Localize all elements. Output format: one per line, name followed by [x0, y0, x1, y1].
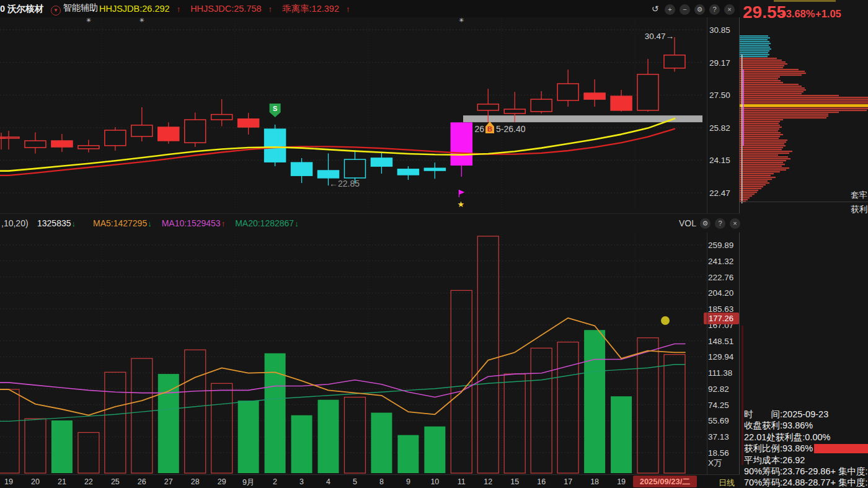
candle[interactable] — [451, 122, 472, 177]
avg-cost-line — [740, 104, 868, 107]
stock-trading-app: 30.8529.1727.5025.8224.1522.47✳✳✳S265-26… — [0, 0, 868, 488]
stock-symbol[interactable]: 0 沃尔核材 — [0, 3, 43, 15]
period-selector[interactable]: 日线 — [713, 477, 740, 488]
chip-row — [740, 102, 868, 104]
indicator-value[interactable]: 乖离率:12.392 — [282, 3, 339, 15]
volume-bar[interactable] — [291, 415, 312, 473]
chip-row — [740, 65, 784, 66]
volume-ma-value[interactable]: MA10:1529453 — [162, 218, 221, 228]
chip-row — [740, 134, 783, 135]
volume-ma-value[interactable]: MA5:1427295 — [93, 218, 147, 228]
candle[interactable] — [51, 134, 73, 152]
volume-bar[interactable] — [158, 374, 179, 473]
volume-bar[interactable] — [451, 290, 472, 473]
candle[interactable] — [291, 158, 312, 183]
zoom-in-icon[interactable]: + — [665, 4, 675, 15]
candle-body — [291, 162, 312, 175]
candle[interactable] — [105, 127, 126, 151]
volume-bar[interactable] — [664, 355, 685, 473]
chip-row — [740, 154, 778, 156]
candle[interactable] — [531, 91, 552, 113]
date-label: 5 — [341, 477, 368, 486]
candle[interactable] — [637, 59, 658, 112]
volume-bar[interactable] — [51, 420, 73, 473]
main-chart-canvas[interactable]: 30.8529.1727.5025.8224.1522.47✳✳✳S265-26… — [0, 0, 740, 474]
close-icon[interactable]: × — [730, 218, 740, 229]
volume-bar[interactable] — [371, 413, 392, 473]
volume-bar[interactable] — [131, 358, 153, 473]
zoom-out-icon[interactable]: − — [680, 4, 690, 15]
volume-bar[interactable] — [424, 427, 445, 473]
asterisk-marker: ✳ — [86, 17, 91, 24]
candle[interactable] — [25, 132, 46, 153]
settings-icon[interactable]: ⚙ — [700, 218, 711, 229]
smart-assist-button[interactable]: ▼智能辅助 — [51, 2, 98, 16]
help-icon[interactable]: ? — [709, 4, 720, 15]
ma-line — [0, 318, 685, 415]
date-label: 10 — [421, 477, 448, 486]
volume-bar[interactable] — [318, 400, 339, 473]
chip-row — [740, 54, 769, 55]
price-range-marker — [743, 69, 744, 146]
volume-axis-label: 259.89 — [708, 241, 733, 250]
volume-bar[interactable] — [477, 236, 498, 473]
ma-line — [0, 129, 675, 175]
volume-bar[interactable] — [584, 330, 605, 473]
candle[interactable] — [158, 122, 179, 144]
candle[interactable] — [131, 107, 153, 141]
chip-row — [740, 76, 780, 78]
date-label: 4 — [315, 477, 342, 486]
candle-body — [105, 130, 126, 146]
candle[interactable] — [211, 99, 232, 126]
date-label: 18 — [581, 477, 608, 486]
help-icon[interactable]: ? — [715, 218, 725, 229]
volume-axis-label: 222.76 — [708, 273, 733, 282]
date-label: 19 — [608, 477, 635, 486]
indicator-value[interactable]: HHJSJDB:26.292 — [99, 4, 170, 14]
volume-bar[interactable] — [105, 372, 126, 473]
candle[interactable] — [0, 131, 19, 149]
candle[interactable] — [185, 112, 206, 147]
volume-bar[interactable] — [211, 383, 232, 473]
undo-icon[interactable]: ↺ — [650, 4, 660, 14]
candle[interactable] — [584, 79, 605, 107]
indicator-value[interactable]: HHJSJDC:25.758 — [190, 4, 261, 14]
volume-bar[interactable] — [557, 342, 578, 473]
candle-body — [477, 104, 498, 110]
candle[interactable] — [397, 166, 418, 180]
date-label: 20 — [22, 477, 49, 486]
settings-icon[interactable]: ⚙ — [694, 4, 705, 15]
chip-row — [740, 71, 805, 72]
chip-row — [740, 130, 778, 131]
candle[interactable] — [557, 69, 578, 107]
volume-bar[interactable] — [238, 401, 259, 473]
candle-body — [265, 129, 286, 162]
volume-bar[interactable] — [185, 350, 206, 473]
volume-bar[interactable] — [344, 397, 365, 473]
volume-bar[interactable] — [0, 389, 19, 473]
candle[interactable] — [265, 125, 286, 166]
candle[interactable] — [371, 152, 392, 174]
volume-bar[interactable] — [531, 348, 552, 473]
candle-body — [611, 96, 632, 110]
date-label: 9 — [394, 477, 422, 486]
volume-bar[interactable] — [265, 353, 286, 473]
assist-label: 智能辅助 — [63, 2, 98, 14]
up-arrow-icon: ↑ — [268, 4, 273, 14]
candle[interactable] — [424, 162, 445, 179]
chip-row — [740, 184, 766, 185]
candle[interactable] — [611, 90, 632, 112]
volume-bar[interactable] — [25, 419, 46, 473]
candle[interactable] — [664, 37, 685, 72]
candle-body — [211, 115, 232, 120]
volume-axis-label: 185.63 — [708, 304, 733, 314]
candle[interactable] — [78, 140, 99, 152]
volume-indicator-title[interactable]: VOL — [679, 218, 696, 228]
candle-body — [25, 141, 46, 148]
close-icon[interactable]: × — [724, 4, 735, 15]
chip-distribution-chart[interactable] — [740, 0, 868, 211]
volume-bar[interactable] — [397, 435, 418, 473]
volume-bar[interactable] — [611, 396, 632, 473]
candle[interactable] — [238, 113, 259, 135]
volume-ma-value[interactable]: MA20:1282867 — [235, 218, 294, 228]
